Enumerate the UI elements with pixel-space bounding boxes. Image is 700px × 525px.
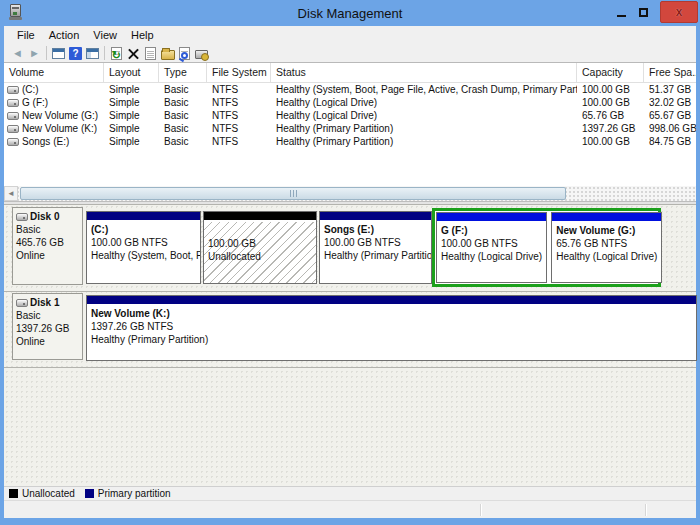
scroll-left-icon: ◄ [7,189,15,198]
table-row[interactable]: G (F:) Simple Basic NTFS Healthy (Logica… [4,96,696,109]
disk-name: Disk 1 [30,296,59,309]
partition-size: 100.00 GB NTFS [441,237,542,250]
status-bar-separator [480,504,481,516]
partition-label: New Volume (K:) [91,307,692,320]
app-icon-base [9,17,22,20]
scrollbar-thumb[interactable] [20,187,566,200]
close-button[interactable]: x [660,1,698,23]
volume-list-pane: Volume Layout Type File System Status Ca… [4,63,696,201]
column-header-file-system[interactable]: File System [207,63,271,82]
menu-help[interactable]: Help [124,27,161,43]
partition-status: Healthy (Logical Drive) [556,250,657,263]
column-header-type[interactable]: Type [159,63,207,82]
volume-type: Basic [159,97,207,108]
volume-layout: Simple [104,123,159,134]
status-bar-separator [645,504,646,516]
band-divider [4,291,696,292]
volume-capacity: 1397.26 GB [577,123,644,134]
disk-kind: Basic [16,223,79,236]
disk-state: Online [16,335,79,348]
table-row[interactable]: New Volume (K:) Simple Basic NTFS Health… [4,122,696,135]
disk-kind: Basic [16,309,79,322]
horizontal-scrollbar[interactable]: ◄ [4,186,696,201]
volume-free-space: 65.67 GB [644,110,696,121]
disk-graph-pane: Disk 0 Basic 465.76 GB Online (C:) 100.0… [4,204,696,486]
volume-layout: Simple [104,97,159,108]
column-header-free-space[interactable]: Free Spa... [644,63,696,82]
volume-free-space: 998.06 GB [644,123,696,134]
scroll-left-button[interactable]: ◄ [4,186,18,201]
maximize-icon [639,8,648,17]
column-header-layout[interactable]: Layout [104,63,159,82]
volume-icon [7,138,19,146]
minimize-button[interactable] [610,1,632,23]
show-console-tree-button[interactable] [50,45,67,61]
volume-file-system: NTFS [207,84,271,95]
menu-action[interactable]: Action [42,27,87,43]
open-folder-icon [161,50,175,60]
partition-label [208,224,312,237]
volume-icon [7,99,19,107]
partition-new-volume-g[interactable]: New Volume (G:) 65.76 GB NTFS Healthy (L… [551,212,662,283]
volume-icon [7,112,19,120]
title-bar: Disk Management x [0,0,700,26]
find-button[interactable] [176,45,193,61]
table-row[interactable]: (C:) Simple Basic NTFS Healthy (System, … [4,83,696,96]
table-row[interactable]: Songs (E:) Simple Basic NTFS Healthy (Pr… [4,135,696,148]
volume-status: Healthy (Primary Partition) [271,136,577,147]
partition-label: Songs (E:) [324,223,427,236]
help-button[interactable]: ? [67,45,84,61]
menu-view[interactable]: View [86,27,124,43]
volume-type: Basic [159,110,207,121]
volume-name: G (F:) [22,97,48,108]
partition-unallocated[interactable]: 100.00 GB Unallocated [203,211,317,284]
legend-label: Unallocated [22,488,75,499]
table-row[interactable]: New Volume (G:) Simple Basic NTFS Health… [4,109,696,122]
disk0-label-panel[interactable]: Disk 0 Basic 465.76 GB Online [12,207,83,285]
disk-management-window: Disk Management x File Action View Help … [0,0,700,525]
disk-icon [16,299,28,307]
properties-button[interactable] [142,45,159,61]
back-icon: ◄ [12,47,23,59]
menu-file[interactable]: File [10,27,42,43]
refresh-button[interactable]: ↻ [108,45,125,61]
partition-c[interactable]: (C:) 100.00 GB NTFS Healthy (System, Boo… [86,211,201,284]
console-tree-icon [52,48,65,59]
find-icon [179,47,190,60]
volume-layout: Simple [104,136,159,147]
column-header-capacity[interactable]: Capacity [577,63,644,82]
column-header-volume[interactable]: Volume [4,63,104,82]
menu-bar: File Action View Help [4,26,696,44]
primary-partition-color-swatch [85,489,94,498]
minimize-icon [617,15,626,17]
partition-color-bar [552,213,661,222]
disk-options-button[interactable] [193,45,210,61]
disk1-label-panel[interactable]: Disk 1 Basic 1397.26 GB Online [12,293,83,360]
disk-size: 1397.26 GB [16,322,79,335]
partition-songs-e[interactable]: Songs (E:) 100.00 GB NTFS Healthy (Prima… [319,211,432,284]
delete-button[interactable] [125,45,142,61]
toolbar-separator [46,46,47,60]
app-icon-slot [12,7,19,9]
partition-color-bar [320,212,431,221]
toolbar-separator [104,46,105,60]
scrollbar-grip [290,190,291,197]
volume-name: New Volume (G:) [22,110,98,121]
volume-type: Basic [159,136,207,147]
volume-capacity: 100.00 GB [577,84,644,95]
column-header-status[interactable]: Status [271,63,577,82]
maximize-button[interactable] [632,1,654,23]
volume-layout: Simple [104,84,159,95]
partition-g-f[interactable]: G (F:) 100.00 GB NTFS Healthy (Logical D… [436,212,547,283]
partition-new-volume-k[interactable]: New Volume (K:) 1397.26 GB NTFS Healthy … [86,295,697,361]
partition-status: Healthy (Primary Partition) [324,249,427,262]
volume-icon [7,125,19,133]
partition-color-bar [204,212,316,221]
show-actions-pane-button[interactable] [84,45,101,61]
open-button[interactable] [159,45,176,61]
back-button[interactable]: ◄ [9,45,26,61]
volume-capacity: 100.00 GB [577,136,644,147]
app-icon[interactable] [9,4,22,21]
partition-label: (C:) [91,223,196,236]
forward-button[interactable]: ► [26,45,43,61]
